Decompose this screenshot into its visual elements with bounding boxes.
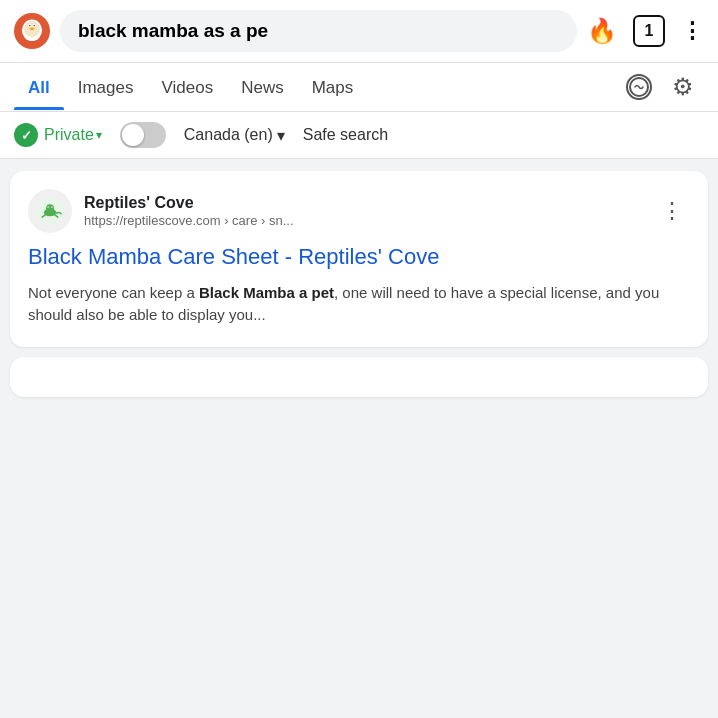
- search-bar: black mamba as a pe 🔥 1 ⋮: [0, 0, 718, 63]
- private-chevron-icon: ▾: [96, 128, 102, 142]
- svg-point-8: [29, 27, 34, 30]
- search-tabs-nav: All Images Videos News Maps ⚙: [0, 63, 718, 112]
- result-card-2-partial: [10, 357, 708, 397]
- svg-point-16: [51, 207, 52, 208]
- site-favicon: [28, 189, 72, 233]
- source-name: Reptiles' Cove: [84, 194, 294, 212]
- result-source: Reptiles' Cove https://reptilescove.com …: [28, 189, 294, 233]
- duckduckgo-logo[interactable]: [14, 13, 50, 49]
- toggle-switch[interactable]: [120, 122, 166, 148]
- result-title[interactable]: Black Mamba Care Sheet - Reptiles' Cove: [28, 243, 690, 272]
- private-label: Private: [44, 126, 94, 144]
- region-chevron-icon: ▾: [277, 126, 285, 145]
- tab-news[interactable]: News: [227, 64, 298, 110]
- anonymous-mode-toggle[interactable]: [120, 122, 166, 148]
- gear-icon: ⚙: [672, 73, 694, 101]
- svg-point-15: [48, 207, 49, 208]
- result-card-1: Reptiles' Cove https://reptilescove.com …: [10, 171, 708, 347]
- tab-count-badge[interactable]: 1: [633, 15, 665, 47]
- region-selector[interactable]: Canada (en) ▾: [184, 126, 285, 145]
- source-url: https://reptilescove.com › care › sn...: [84, 213, 294, 228]
- svg-point-7: [33, 25, 34, 26]
- circle-icon: [626, 74, 652, 100]
- private-mode-toggle[interactable]: ✓ Private ▾: [14, 123, 102, 147]
- filter-bar: ✓ Private ▾ Canada (en) ▾ Safe search: [0, 112, 718, 159]
- svg-point-3: [27, 21, 37, 33]
- svg-point-12: [46, 204, 54, 212]
- toggle-knob: [122, 124, 144, 146]
- ai-chat-button[interactable]: [616, 64, 662, 110]
- tab-videos[interactable]: Videos: [147, 64, 227, 110]
- result-header: Reptiles' Cove https://reptilescove.com …: [28, 189, 690, 233]
- settings-button[interactable]: ⚙: [662, 63, 704, 111]
- result-snippet: Not everyone can keep a Black Mamba a pe…: [28, 282, 690, 327]
- tab-maps[interactable]: Maps: [298, 64, 368, 110]
- more-menu-icon[interactable]: ⋮: [681, 18, 704, 44]
- result-more-button[interactable]: ⋮: [655, 196, 690, 226]
- tab-all[interactable]: All: [14, 64, 64, 110]
- safe-search-label: Safe search: [303, 126, 388, 144]
- private-check-icon: ✓: [14, 123, 38, 147]
- search-bar-actions: 🔥 1 ⋮: [587, 15, 704, 47]
- search-query-text: black mamba as a pe: [78, 20, 268, 42]
- search-results: Reptiles' Cove https://reptilescove.com …: [0, 159, 718, 409]
- search-input-box[interactable]: black mamba as a pe: [60, 10, 577, 52]
- fire-icon[interactable]: 🔥: [587, 17, 617, 45]
- source-info: Reptiles' Cove https://reptilescove.com …: [84, 194, 294, 228]
- tab-images[interactable]: Images: [64, 64, 148, 110]
- svg-point-6: [29, 25, 30, 26]
